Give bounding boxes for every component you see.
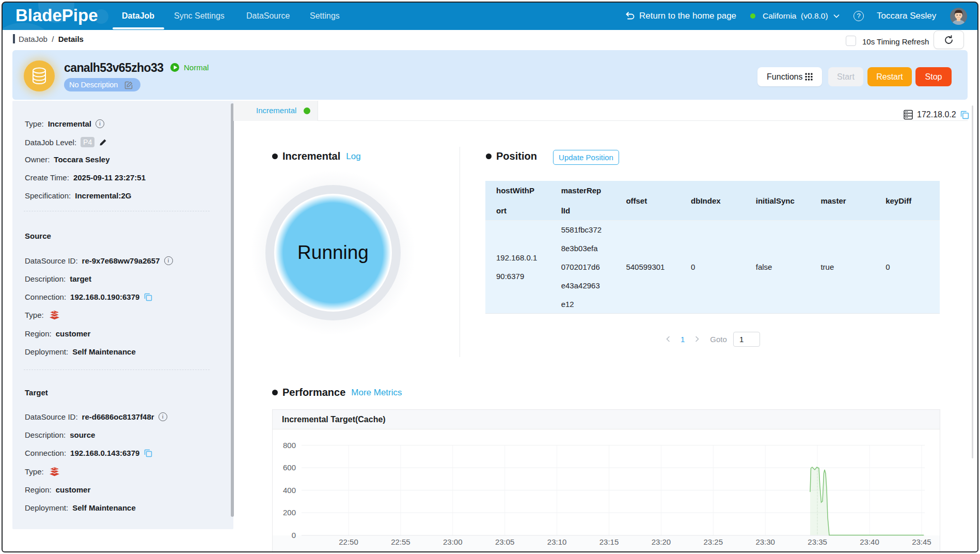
svg-text:23:30: 23:30 — [755, 537, 775, 546]
svg-text:22:50: 22:50 — [339, 537, 358, 546]
svg-text:23:15: 23:15 — [599, 537, 619, 546]
svg-text:23:35: 23:35 — [808, 537, 827, 546]
svg-text:23:10: 23:10 — [547, 537, 567, 546]
svg-text:22:55: 22:55 — [391, 537, 410, 546]
svg-text:23:25: 23:25 — [704, 537, 723, 546]
svg-text:23:45: 23:45 — [912, 537, 931, 546]
svg-text:23:20: 23:20 — [652, 537, 671, 546]
svg-text:800: 800 — [283, 441, 296, 450]
svg-text:23:05: 23:05 — [495, 537, 515, 546]
svg-text:200: 200 — [283, 508, 296, 517]
svg-text:23:40: 23:40 — [860, 537, 879, 546]
svg-text:600: 600 — [283, 463, 296, 472]
svg-text:23:00: 23:00 — [443, 537, 463, 546]
svg-text:400: 400 — [283, 486, 296, 495]
svg-text:0: 0 — [292, 531, 296, 540]
